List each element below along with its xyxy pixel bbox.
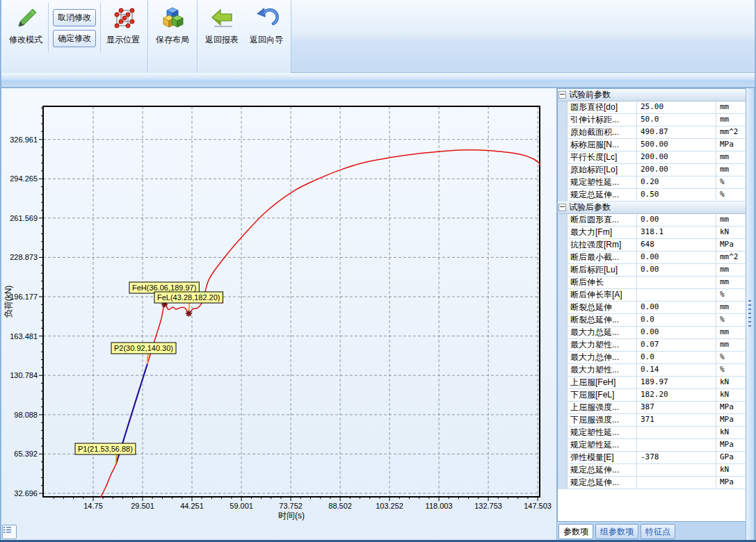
parameter-row[interactable]: 最大力总伸...0.0% <box>558 352 746 364</box>
parameter-value[interactable]: 0.00 <box>637 327 716 338</box>
parameter-value[interactable]: 182.20 <box>637 389 716 401</box>
parameter-value[interactable] <box>637 427 716 438</box>
section-header[interactable]: 试验后参数 <box>558 202 746 214</box>
parameter-value[interactable] <box>637 439 716 451</box>
tab-特征点[interactable]: 特征点 <box>641 524 675 539</box>
parameter-value[interactable] <box>637 289 716 301</box>
parameter-row[interactable]: 断裂总延伸0.00mm <box>558 302 746 314</box>
parameter-row[interactable]: 弹性模量[E]-378GPa <box>558 452 746 464</box>
parameter-row[interactable]: 规定总延伸...0.50% <box>558 189 746 202</box>
parameter-row[interactable]: 规定总延伸...kN <box>558 464 746 477</box>
parameter-value[interactable]: 318.1 <box>637 227 716 238</box>
parameter-value[interactable] <box>637 477 716 488</box>
x-tick-label: 147.503 <box>524 502 552 510</box>
parameter-row[interactable]: 规定塑性延...kN <box>558 427 746 439</box>
parameter-value[interactable]: 0.00 <box>637 252 716 263</box>
row-gutter <box>558 339 568 351</box>
annotation-label[interactable]: P1(21.53,56.88) <box>75 443 136 454</box>
parameter-panel: 试验前参数圆形直径[do]25.00mm引伸计标距...50.0mm原始截面积.… <box>557 88 746 522</box>
parameter-value[interactable]: 0.00 <box>637 264 716 276</box>
parameter-row[interactable]: 引伸计标距...50.0mm <box>558 114 746 126</box>
parameter-row[interactable]: 上屈服[FeH]189.97kN <box>558 377 746 389</box>
parameter-row[interactable]: 下屈服强度...371MPa <box>558 414 746 427</box>
button-label: 保存布局 <box>156 34 189 46</box>
parameter-value[interactable]: -378 <box>637 452 716 463</box>
parameter-row[interactable]: 断后伸长mm <box>558 277 746 289</box>
plot-border <box>43 106 540 497</box>
parameter-value[interactable]: 0.00 <box>637 214 716 226</box>
tab-参数项[interactable]: 参数项 <box>558 524 593 539</box>
parameter-value[interactable] <box>637 464 716 476</box>
parameter-row[interactable]: 最大力总延...0.00mm <box>558 327 746 339</box>
parameter-row[interactable]: 原始截面积...490.87mm^2 <box>558 126 746 139</box>
parameter-row[interactable]: 规定塑性延...0.20% <box>558 176 746 189</box>
return-report-button[interactable]: 返回报表 <box>200 3 244 55</box>
list-button[interactable] <box>2 525 17 539</box>
parameter-row[interactable]: 最大力塑性...0.14% <box>558 364 746 377</box>
collapse-icon[interactable] <box>558 91 566 99</box>
parameter-value[interactable]: 0.20 <box>637 176 716 188</box>
y-tick-label: 163.481 <box>10 332 38 340</box>
tab-组参数项[interactable]: 组参数项 <box>595 524 638 539</box>
parameter-row[interactable]: 上屈服强度...387MPa <box>558 402 746 414</box>
parameter-row[interactable]: 断后最小截...0.00mm^2 <box>558 252 746 264</box>
row-gutter <box>558 477 568 488</box>
parameter-value[interactable]: 200.00 <box>637 151 716 163</box>
parameter-value[interactable]: 490.87 <box>637 126 716 138</box>
row-gutter <box>558 227 568 238</box>
parameter-value[interactable]: 200.00 <box>637 164 716 176</box>
y-tick-label: 228.873 <box>10 253 38 261</box>
parameter-row[interactable]: 圆形直径[do]25.00mm <box>558 101 746 114</box>
parameter-row[interactable]: 最大力[Fm]318.1kN <box>558 227 746 239</box>
parameter-value[interactable]: 371 <box>637 414 716 426</box>
parameter-row[interactable]: 断后标距[Lu]0.00mm <box>558 264 746 277</box>
save-layout-button[interactable]: 保存布局 <box>150 3 195 55</box>
panel-header-strip <box>1 73 755 88</box>
confirm-modify-button[interactable]: 确定修改 <box>53 30 96 47</box>
parameter-value[interactable]: 0.07 <box>637 339 716 351</box>
parameter-row[interactable]: 下屈服[FeL]182.20kN <box>558 389 746 402</box>
parameter-row[interactable]: 规定总延伸...MPa <box>558 477 746 489</box>
parameter-row[interactable]: 断后圆形直...0.00mm <box>558 214 746 227</box>
parameter-value[interactable]: 0.0 <box>637 352 716 363</box>
parameter-value[interactable]: 500.00 <box>637 139 716 151</box>
parameter-label: 断后圆形直... <box>568 214 637 226</box>
parameter-value[interactable]: 50.0 <box>637 114 716 126</box>
cancel-modify-button[interactable]: 取消修改 <box>53 9 96 26</box>
x-tick-label: 29.501 <box>131 502 154 510</box>
parameter-value[interactable] <box>637 277 716 288</box>
parameter-value[interactable]: 0.0 <box>637 314 716 326</box>
svg-text:P2(30.92,140.30): P2(30.92,140.30) <box>114 344 173 352</box>
parameter-label: 最大力总延... <box>568 327 637 338</box>
parameter-value[interactable]: 0.00 <box>637 302 716 313</box>
parameter-row[interactable]: 抗拉强度[Rm]648MPa <box>558 239 746 252</box>
parameter-label: 规定总延伸... <box>568 464 637 476</box>
annotation-label[interactable]: P2(30.92,140.30) <box>111 343 176 354</box>
return-wizard-button[interactable]: 返回向导 <box>244 3 289 55</box>
right-splitter[interactable] <box>746 88 755 540</box>
row-gutter <box>558 377 568 388</box>
parameter-row[interactable]: 断后伸长率[A]% <box>558 289 746 302</box>
parameter-row[interactable]: 断裂总延伸...0.0% <box>558 314 746 327</box>
parameter-value[interactable]: 648 <box>637 239 716 251</box>
section-header[interactable]: 试验前参数 <box>558 89 746 101</box>
annotation-label[interactable]: FeL(43.28,182.20) <box>154 292 223 303</box>
modify-mode-button[interactable]: 修改模式 <box>3 3 48 55</box>
parameter-value[interactable]: 0.14 <box>637 364 716 376</box>
parameter-row[interactable]: 平行长度[Lc]200.00mm <box>558 151 746 164</box>
y-tick-label: 65.392 <box>14 450 38 458</box>
parameter-value[interactable]: 25.00 <box>637 101 716 113</box>
parameter-unit: % <box>716 314 746 326</box>
button-label: 返回报表 <box>205 34 239 46</box>
section-title: 试验后参数 <box>567 202 746 213</box>
parameter-row[interactable]: 最大力塑性...0.07mm <box>558 339 746 352</box>
parameter-row[interactable]: 标称屈服[N...500.00MPa <box>558 139 746 151</box>
parameter-value[interactable]: 387 <box>637 402 716 413</box>
collapse-icon[interactable] <box>558 204 566 211</box>
parameter-row[interactable]: 规定塑性延...MPa <box>558 439 746 452</box>
parameter-value[interactable]: 189.97 <box>637 377 716 388</box>
parameter-value[interactable]: 0.50 <box>637 189 716 201</box>
show-position-button[interactable]: 显示位置 <box>101 3 145 55</box>
back-arrow-icon <box>209 5 235 31</box>
parameter-row[interactable]: 原始标距[Lo]200.00mm <box>558 164 746 176</box>
